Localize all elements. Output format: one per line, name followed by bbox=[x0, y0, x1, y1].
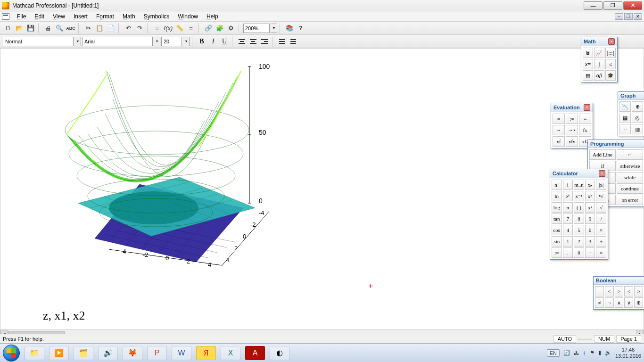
cut-button[interactable]: ✂ bbox=[83, 23, 93, 33]
calc-btn-4-4[interactable]: × bbox=[596, 225, 606, 235]
calc-btn-0-4[interactable]: |x| bbox=[596, 180, 606, 190]
math-btn-boolean[interactable]: ≤ bbox=[605, 59, 616, 69]
eval-btn-2[interactable]: ≡ bbox=[579, 114, 591, 124]
underline-button[interactable]: U bbox=[219, 36, 230, 47]
calc-btn-0-1[interactable]: i bbox=[563, 180, 573, 190]
task-folder2[interactable]: 🗂️ bbox=[74, 346, 93, 360]
calc-btn-5-0[interactable]: sin bbox=[552, 236, 562, 247]
tray-bluetooth-icon[interactable]: ᚼ bbox=[583, 350, 586, 356]
mdi-minimize-button[interactable]: – bbox=[615, 13, 623, 20]
graph-btn-surface[interactable]: ▦ bbox=[619, 113, 631, 123]
menu-edit[interactable]: Edit bbox=[31, 12, 48, 21]
calc-btn-5-4[interactable]: + bbox=[596, 236, 606, 247]
save-button[interactable]: 💾 bbox=[25, 23, 36, 33]
calc-btn-3-2[interactable]: 8 bbox=[574, 214, 584, 224]
menu-insert[interactable]: Insert bbox=[70, 12, 91, 21]
menu-format[interactable]: Format bbox=[92, 12, 118, 21]
paste-button[interactable]: 📄 bbox=[106, 23, 116, 33]
eval-btn-0[interactable]: = bbox=[553, 114, 565, 124]
fontsize-combo[interactable]: 20 bbox=[161, 37, 182, 46]
align-center-button[interactable] bbox=[248, 36, 258, 47]
bool-btn-1[interactable]: < bbox=[605, 286, 614, 296]
graph-btn-bar3d[interactable]: ▥ bbox=[632, 124, 643, 134]
eval-btn-5[interactable]: fx bbox=[579, 125, 591, 135]
calculate-button[interactable]: = bbox=[186, 23, 196, 33]
help-button[interactable]: ? bbox=[296, 23, 306, 33]
eval-btn-6[interactable]: xf bbox=[553, 136, 565, 147]
math-btn-calculator[interactable]: 🖩 bbox=[583, 48, 593, 58]
document-area[interactable]: 100 50 0 bbox=[0, 48, 644, 337]
evaluation-palette[interactable]: Evaluation× =:=≡→→•fxxfxfyxfᵧ bbox=[551, 103, 593, 148]
window-maximize-button[interactable]: ❐ bbox=[603, 1, 622, 10]
calc-btn-0-2[interactable]: m..n bbox=[574, 180, 584, 190]
calc-btn-0-0[interactable]: n! bbox=[552, 180, 562, 190]
tray-sync-icon[interactable]: 🔄 bbox=[563, 350, 570, 356]
insert-component-button[interactable]: 🧩 bbox=[215, 23, 225, 33]
menu-math[interactable]: Math bbox=[119, 12, 139, 21]
calc-btn-5-1[interactable]: 1 bbox=[563, 236, 573, 247]
bool-btn-5[interactable]: ≠ bbox=[595, 297, 604, 308]
numbering-button[interactable] bbox=[288, 36, 298, 47]
tray-flag-icon[interactable]: ⚑ bbox=[590, 350, 594, 356]
graph-btn-polar[interactable]: ⊕ bbox=[632, 101, 643, 112]
eval-btn-3[interactable]: → bbox=[553, 125, 565, 135]
mdi-restore-button[interactable]: ❐ bbox=[624, 13, 633, 20]
style-combo[interactable]: Normal bbox=[3, 37, 74, 46]
bool-btn-3[interactable]: ≤ bbox=[624, 286, 633, 296]
copy-button[interactable]: 📋 bbox=[94, 23, 105, 33]
bool-btn-4[interactable]: ≥ bbox=[634, 286, 643, 296]
zoom-dropdown-button[interactable]: ▾ bbox=[271, 24, 277, 33]
math-btn-graph[interactable]: 📈 bbox=[594, 48, 604, 58]
menu-symbolics[interactable]: Symbolics bbox=[140, 12, 173, 21]
align-left-button[interactable] bbox=[237, 36, 247, 47]
prog-while[interactable]: while bbox=[617, 172, 643, 182]
redo-button[interactable]: ↷ bbox=[134, 23, 145, 33]
graph-btn-xy[interactable]: 📉 bbox=[619, 101, 631, 112]
math-btn-evaluation[interactable]: x= bbox=[583, 59, 593, 69]
graph-palette[interactable]: Graph 📉 ⊕ ▦ ◎ ∴ ▥ bbox=[618, 91, 644, 136]
open-button[interactable]: 📂 bbox=[14, 23, 25, 33]
start-button[interactable] bbox=[3, 345, 20, 362]
bool-btn-8[interactable]: ∨ bbox=[624, 297, 633, 308]
task-yandex[interactable]: Я bbox=[196, 346, 216, 360]
task-volume[interactable]: 🔊 bbox=[98, 346, 118, 360]
insert-unit-button[interactable]: 📏 bbox=[174, 23, 185, 33]
task-wmplayer[interactable]: ▶️ bbox=[49, 346, 69, 360]
tray-clock[interactable]: 17:46 13.01.2016 bbox=[615, 347, 641, 358]
menu-view[interactable]: View bbox=[49, 12, 69, 21]
window-close-button[interactable]: ✕ bbox=[623, 1, 642, 10]
calc-btn-6-3[interactable]: − bbox=[585, 247, 595, 258]
calc-btn-5-3[interactable]: 3 bbox=[585, 236, 595, 247]
task-word[interactable]: W bbox=[172, 346, 191, 360]
prog-otherwise[interactable]: otherwise bbox=[617, 161, 643, 171]
calc-btn-4-0[interactable]: cos bbox=[552, 225, 562, 235]
font-dropdown-button[interactable]: ▾ bbox=[154, 37, 160, 46]
calc-btn-3-4[interactable]: / bbox=[596, 214, 606, 224]
graph-btn-contour[interactable]: ◎ bbox=[632, 113, 643, 123]
calc-btn-6-1[interactable]: . bbox=[563, 247, 573, 258]
resource-center-button[interactable]: 📚 bbox=[284, 23, 295, 33]
tray-battery-icon[interactable]: ▮ bbox=[598, 350, 601, 356]
math-palette[interactable]: Math× 🖩 📈 [:::] x= ∫ ≤ ▤ αβ 🎓 bbox=[581, 37, 618, 82]
calc-btn-6-2[interactable]: 0 bbox=[574, 247, 584, 258]
calc-btn-3-0[interactable]: tan bbox=[552, 214, 562, 224]
graph-btn-3dscatter[interactable]: ∴ bbox=[619, 124, 631, 134]
calc-btn-4-3[interactable]: 6 bbox=[585, 225, 595, 235]
bool-btn-0[interactable]: = bbox=[595, 286, 604, 296]
style-dropdown-button[interactable]: ▾ bbox=[74, 37, 81, 46]
tray-network-icon[interactable]: 🖧 bbox=[574, 350, 579, 356]
calc-btn-2-1[interactable]: π bbox=[563, 202, 573, 213]
calc-btn-2-3[interactable]: x² bbox=[585, 202, 595, 213]
window-minimize-button[interactable]: — bbox=[584, 1, 603, 10]
calc-btn-1-2[interactable]: x⁻¹ bbox=[574, 191, 584, 201]
plot-expression-label[interactable]: z, x1, x2 bbox=[43, 309, 85, 323]
task-acrobat[interactable]: A bbox=[245, 346, 265, 360]
tray-language[interactable]: EN bbox=[547, 349, 560, 357]
undo-button[interactable]: ↶ bbox=[123, 23, 133, 33]
calc-btn-1-1[interactable]: eˣ bbox=[563, 191, 573, 201]
align-regions-button[interactable]: ≡ bbox=[152, 23, 162, 33]
math-btn-greek[interactable]: αβ bbox=[594, 70, 604, 81]
insert-function-button[interactable]: f(x) bbox=[163, 23, 173, 33]
run-mathconnex-button[interactable]: ⚙ bbox=[226, 23, 236, 33]
bold-button[interactable]: B bbox=[197, 36, 207, 47]
